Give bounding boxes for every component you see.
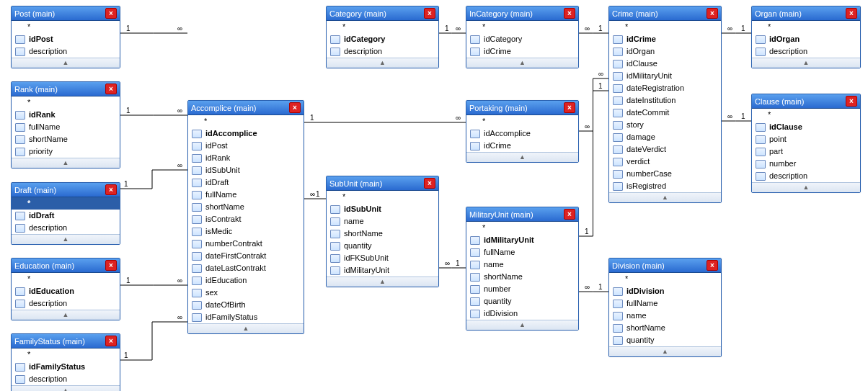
field-all-columns[interactable]: * bbox=[12, 197, 120, 210]
table-title[interactable]: Division (main)× bbox=[609, 259, 721, 273]
field-iddivision[interactable]: idDivision bbox=[609, 285, 721, 297]
field-all-columns[interactable]: * bbox=[12, 21, 120, 33]
field-idrank[interactable]: idRank bbox=[188, 152, 304, 164]
table-footer-collapse[interactable]: ▲ bbox=[327, 277, 438, 287]
field-idsubunit[interactable]: idSubUnit bbox=[188, 164, 304, 176]
close-icon[interactable]: × bbox=[105, 8, 117, 19]
field-fullname[interactable]: fullName bbox=[12, 121, 120, 133]
field-datelastcontrakt[interactable]: dateLastContrakt bbox=[188, 262, 304, 274]
field-iddraft[interactable]: idDraft bbox=[188, 176, 304, 189]
field-fullname[interactable]: fullName bbox=[188, 189, 304, 201]
field-idcategory[interactable]: idCategory bbox=[466, 33, 578, 45]
field-idaccomplice[interactable]: idAccomplice bbox=[188, 127, 304, 140]
table-subunit[interactable]: SubUnit (main)×*idSubUnitnameshortNamequ… bbox=[326, 176, 439, 287]
field-numbercontrakt[interactable]: numberContrakt bbox=[188, 238, 304, 250]
close-icon[interactable]: × bbox=[105, 84, 117, 94]
field-name[interactable]: name bbox=[609, 310, 721, 322]
table-footer-collapse[interactable]: ▲ bbox=[466, 58, 578, 68]
field-dateinstitution[interactable]: dateInstitution bbox=[609, 94, 721, 107]
field-datefirstcontrakt[interactable]: dateFirstContrakt bbox=[188, 250, 304, 262]
table-footer-collapse[interactable]: ▲ bbox=[609, 346, 721, 356]
close-icon[interactable]: × bbox=[424, 8, 435, 19]
table-title[interactable]: Category (main)× bbox=[327, 6, 438, 21]
close-icon[interactable]: × bbox=[846, 8, 857, 19]
field-damage[interactable]: damage bbox=[609, 131, 721, 143]
field-numbercase[interactable]: numberCase bbox=[609, 168, 721, 180]
table-accomplice[interactable]: Accomplice (main)×*idAccompliceidPostidR… bbox=[187, 100, 304, 334]
table-category[interactable]: Category (main)×*idCategorydescription▲ bbox=[326, 6, 439, 68]
table-footer-collapse[interactable]: ▲ bbox=[12, 234, 120, 244]
table-footer-collapse[interactable]: ▲ bbox=[12, 310, 120, 320]
table-footer-collapse[interactable]: ▲ bbox=[188, 323, 304, 333]
close-icon[interactable]: × bbox=[564, 8, 575, 19]
table-footer-collapse[interactable]: ▲ bbox=[466, 320, 578, 330]
table-footer-collapse[interactable]: ▲ bbox=[752, 58, 860, 68]
table-title[interactable]: Education (main)× bbox=[12, 259, 120, 273]
field-ideducation[interactable]: idEducation bbox=[12, 285, 120, 297]
field-shortname[interactable]: shortName bbox=[609, 322, 721, 334]
field-idcategory[interactable]: idCategory bbox=[327, 33, 438, 45]
close-icon[interactable]: × bbox=[105, 184, 117, 195]
field-description[interactable]: description bbox=[12, 222, 120, 234]
field-ismedic[interactable]: isMedic bbox=[188, 225, 304, 238]
field-shortname[interactable]: shortName bbox=[466, 271, 578, 283]
table-footer-collapse[interactable]: ▲ bbox=[327, 58, 438, 68]
field-name[interactable]: name bbox=[327, 215, 438, 228]
field-iddraft[interactable]: idDraft bbox=[12, 210, 120, 222]
field-shortname[interactable]: shortName bbox=[188, 201, 304, 213]
field-part[interactable]: part bbox=[752, 145, 860, 158]
field-datecommit[interactable]: dateCommit bbox=[609, 107, 721, 119]
table-title[interactable]: Organ (main)× bbox=[752, 6, 860, 21]
field-all-columns[interactable]: * bbox=[12, 96, 120, 109]
table-title[interactable]: Portaking (main)× bbox=[466, 101, 578, 115]
table-title[interactable]: Crime (main)× bbox=[609, 6, 721, 21]
field-quantity[interactable]: quantity bbox=[327, 240, 438, 252]
table-title[interactable]: Post (main)× bbox=[12, 6, 120, 21]
field-idfksubunit[interactable]: idFKSubUnit bbox=[327, 252, 438, 264]
field-all-columns[interactable]: * bbox=[752, 109, 860, 121]
table-division[interactable]: Division (main)×*idDivisionfullNamenames… bbox=[608, 258, 722, 357]
field-all-columns[interactable]: * bbox=[609, 273, 721, 285]
field-idpost[interactable]: idPost bbox=[12, 33, 120, 45]
table-title[interactable]: InCategory (main)× bbox=[466, 6, 578, 21]
field-description[interactable]: description bbox=[752, 170, 860, 182]
field-idclause[interactable]: idClause bbox=[609, 58, 721, 70]
table-familystatus[interactable]: FamilyStatus (main)×*idFamilyStatusdescr… bbox=[11, 333, 120, 391]
field-quantity[interactable]: quantity bbox=[609, 334, 721, 346]
field-idmilitaryunit[interactable]: idMilitaryUnit bbox=[609, 70, 721, 82]
table-footer-collapse[interactable]: ▲ bbox=[752, 182, 860, 192]
close-icon[interactable]: × bbox=[105, 336, 117, 346]
field-point[interactable]: point bbox=[752, 133, 860, 145]
table-footer-collapse[interactable]: ▲ bbox=[12, 385, 120, 391]
table-title[interactable]: Draft (main)× bbox=[12, 183, 120, 197]
field-description[interactable]: description bbox=[12, 45, 120, 58]
close-icon[interactable]: × bbox=[564, 209, 575, 220]
table-title[interactable]: MilitaryUnit (main)× bbox=[466, 207, 578, 222]
close-icon[interactable]: × bbox=[707, 260, 718, 271]
table-footer-collapse[interactable]: ▲ bbox=[12, 158, 120, 168]
field-idfamilystatus[interactable]: idFamilyStatus bbox=[188, 311, 304, 323]
field-idmilitaryunit[interactable]: idMilitaryUnit bbox=[327, 264, 438, 277]
field-verdict[interactable]: verdict bbox=[609, 156, 721, 168]
table-clause[interactable]: Clause (main)×*idClausepointpartnumberde… bbox=[751, 94, 861, 193]
field-shortname[interactable]: shortName bbox=[12, 133, 120, 145]
table-footer-collapse[interactable]: ▲ bbox=[466, 152, 578, 162]
field-shortname[interactable]: shortName bbox=[327, 228, 438, 240]
field-quantity[interactable]: quantity bbox=[466, 295, 578, 307]
table-draft[interactable]: Draft (main)×*idDraftdescription▲ bbox=[11, 182, 120, 245]
table-crime[interactable]: Crime (main)×*idCrimeidOrganidClauseidMi… bbox=[608, 6, 722, 203]
field-idcrime[interactable]: idCrime bbox=[609, 33, 721, 45]
field-all-columns[interactable]: * bbox=[752, 21, 860, 33]
field-all-columns[interactable]: * bbox=[466, 115, 578, 127]
table-militaryunit[interactable]: MilitaryUnit (main)×*idMilitaryUnitfullN… bbox=[466, 207, 579, 331]
table-organ[interactable]: Organ (main)×*idOrgandescription▲ bbox=[751, 6, 861, 68]
field-fullname[interactable]: fullName bbox=[466, 246, 578, 259]
field-iddivision[interactable]: idDivision bbox=[466, 307, 578, 320]
field-idmilitaryunit[interactable]: idMilitaryUnit bbox=[466, 234, 578, 246]
table-title[interactable]: Rank (main)× bbox=[12, 82, 120, 96]
field-description[interactable]: description bbox=[12, 373, 120, 385]
field-description[interactable]: description bbox=[327, 45, 438, 58]
field-idsubunit[interactable]: idSubUnit bbox=[327, 203, 438, 215]
field-idcrime[interactable]: idCrime bbox=[466, 45, 578, 58]
field-all-columns[interactable]: * bbox=[12, 349, 120, 361]
